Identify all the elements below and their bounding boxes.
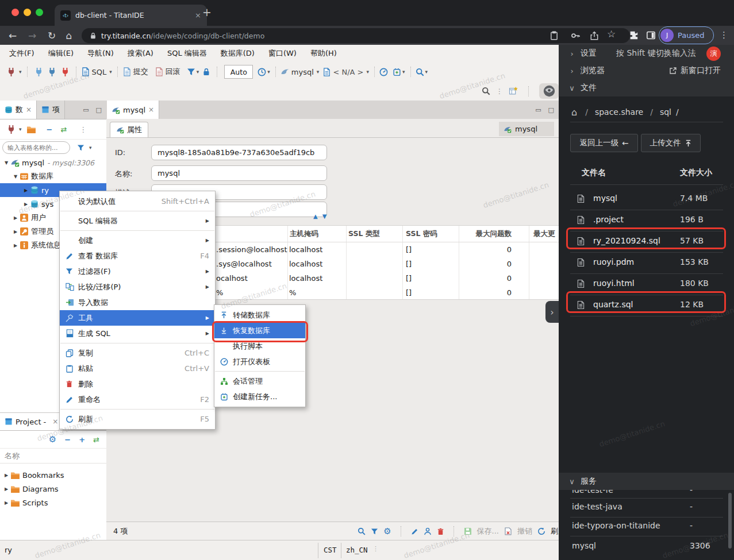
active-database-label[interactable]: < N/A > (333, 68, 363, 76)
menu-item-create[interactable]: 创建▶ (60, 233, 215, 248)
save-label[interactable]: 保存... (477, 526, 499, 536)
refresh-icon[interactable] (537, 527, 545, 535)
home-icon[interactable]: ⌂ (571, 107, 577, 118)
menu-item-compare-migrate[interactable]: 比较/迁移(P)▶ (60, 279, 215, 295)
grid-filter-icon[interactable] (371, 528, 378, 535)
commit-icon[interactable] (122, 67, 132, 76)
save-floppy-icon[interactable] (464, 527, 472, 535)
sidebar-scrollbar[interactable] (728, 493, 732, 549)
menu-item-copy[interactable]: 复制Ctrl+C (60, 345, 215, 361)
menu-window[interactable]: 窗口(W) (262, 48, 303, 59)
submenu-item-execute-script[interactable]: 执行脚本 (214, 338, 305, 354)
lock-toggle-icon[interactable] (202, 68, 210, 76)
tasks-caret-icon[interactable]: ▾ (402, 69, 405, 75)
menu-file[interactable]: 文件(F) (2, 48, 41, 59)
menu-item-filter[interactable]: 过滤器(F)▶ (60, 264, 215, 279)
tree-node-connection-mysql[interactable]: ▼ mysql - mysql:3306 (0, 156, 106, 169)
link-editor-icon[interactable]: ⇄ (93, 435, 99, 444)
connection-caret-icon[interactable]: ▾ (317, 69, 320, 75)
tree-node-databases[interactable]: ▼ 数据库 (0, 169, 106, 183)
forward-icon[interactable]: → (25, 26, 39, 45)
service-row-ide-typora[interactable]: ide-typora-on-titanide - (559, 517, 734, 536)
tasks-icon[interactable] (393, 68, 401, 76)
table-filter-input[interactable] (2, 141, 70, 154)
service-row-ide-test-java[interactable]: ide-test-java - (559, 498, 734, 517)
expand-all-icon[interactable]: + (79, 435, 85, 444)
editor-tab-mysql[interactable]: mysql × (107, 101, 159, 119)
home-icon[interactable]: ⌂ (62, 26, 76, 45)
tab-close-icon[interactable]: × (148, 106, 154, 114)
browser-menu-icon[interactable]: ⋮ (720, 30, 728, 40)
macos-minimize-button[interactable] (24, 9, 31, 16)
menu-item-delete[interactable]: 删除 (60, 376, 215, 392)
breadcrumb-space-share[interactable]: space.share (595, 107, 643, 117)
tree-node-scripts[interactable]: ▶ Scripts (0, 496, 106, 509)
menu-item-sql-editor[interactable]: SQL 编辑器▶ (60, 213, 215, 229)
submenu-item-dump-database[interactable]: 转储数据库 (214, 307, 305, 323)
quick-search-icon[interactable] (482, 87, 490, 95)
delete-trash-icon[interactable] (437, 528, 444, 535)
id-field[interactable] (151, 145, 327, 160)
menu-item-paste[interactable]: 粘贴Ctrl+V (60, 361, 215, 376)
rollback-icon[interactable] (155, 67, 164, 76)
sidebar-section-files[interactable]: ∨ 文件 (559, 79, 734, 96)
history-caret-icon[interactable]: ▾ (267, 69, 270, 75)
service-row-mysql[interactable]: mysql 3306 (559, 536, 734, 555)
file-row-quartz-sql[interactable]: quartz.sql 12 KB (559, 295, 734, 316)
new-connection-icon[interactable] (6, 67, 16, 77)
user-avatar-button[interactable] (539, 83, 559, 99)
back-up-level-button[interactable]: 返回上一级 ← (570, 134, 638, 152)
menu-search[interactable]: 搜索(A) (121, 48, 160, 59)
col-max-updates[interactable]: 最大更 (533, 229, 555, 239)
reconnect-icon[interactable] (47, 67, 57, 77)
new-connection-icon[interactable] (6, 125, 16, 134)
expand-icon[interactable]: ▶ (11, 229, 20, 234)
menu-navigate[interactable]: 导航(N) (80, 48, 121, 59)
view-menu-dots-icon[interactable]: ⋮ (79, 125, 87, 134)
disconnect-icon[interactable] (60, 67, 70, 77)
menu-item-import-data[interactable]: 导入数据 (60, 295, 215, 310)
sql-dropdown-label[interactable]: SQL (92, 68, 107, 76)
tree-node-diagrams[interactable]: ▶ Diagrams (0, 482, 106, 496)
expand-icon[interactable]: ▶ (22, 202, 30, 207)
tab-close-icon[interactable]: × (195, 11, 201, 20)
edit-pencil-icon[interactable] (411, 528, 418, 535)
expand-icon[interactable]: ▶ (11, 243, 20, 248)
new-folder-icon[interactable] (26, 125, 36, 134)
search-icon[interactable] (416, 68, 424, 76)
connection-caret-icon[interactable]: ▾ (19, 126, 22, 132)
grid-search-icon[interactable] (358, 527, 366, 535)
expand-icon[interactable]: ▶ (22, 188, 30, 193)
upload-file-button[interactable]: 上传文件 (641, 134, 701, 152)
address-bar[interactable]: try.titanide.cn/ide/web/coding/db-client… (82, 28, 630, 43)
minimize-panel-icon[interactable]: ▭ (83, 106, 89, 114)
dashboard-gauge-icon[interactable] (379, 68, 388, 76)
database-caret-icon[interactable]: ▾ (366, 69, 369, 75)
menu-item-view-database[interactable]: 查看 数据库F4 (60, 248, 215, 264)
open-new-window-label[interactable]: 新窗口打开 (681, 65, 721, 76)
macos-zoom-button[interactable] (36, 9, 43, 16)
reload-icon[interactable]: ↻ (45, 26, 59, 45)
external-link-icon[interactable] (669, 67, 677, 75)
tab-close-icon[interactable]: × (52, 418, 58, 426)
filter-funnel-icon[interactable] (77, 144, 84, 152)
name-field[interactable] (151, 165, 327, 181)
transaction-caret-icon[interactable]: ▾ (197, 69, 199, 75)
subtab-properties[interactable]: 属性 (110, 122, 148, 137)
menu-item-tools[interactable]: 工具▶ (60, 310, 215, 326)
connection-badge[interactable]: mysql (499, 122, 554, 136)
collapse-section-icons[interactable]: ▲▼ (313, 213, 331, 219)
sql-script-icon[interactable] (81, 67, 90, 76)
submenu-item-restore-database[interactable]: 恢复数据库 (214, 323, 305, 338)
undo-label[interactable]: 撤销 (517, 526, 532, 536)
expand-icon[interactable]: ▶ (11, 215, 20, 221)
history-clock-icon[interactable] (258, 68, 266, 76)
file-row-project[interactable]: .project 196 B (559, 210, 734, 231)
menu-item-rename[interactable]: 重命名F2 (60, 392, 215, 407)
revert-doc-icon[interactable] (504, 527, 512, 535)
sql-dropdown-caret-icon[interactable]: ▾ (109, 69, 112, 75)
menu-sql-editor[interactable]: SQL 编辑器 (160, 48, 214, 59)
commit-mode-select[interactable]: Auto (224, 65, 253, 79)
expand-icon[interactable]: ▼ (2, 160, 10, 165)
tree-node-bookmarks[interactable]: ▶ Bookmarks (0, 468, 106, 482)
